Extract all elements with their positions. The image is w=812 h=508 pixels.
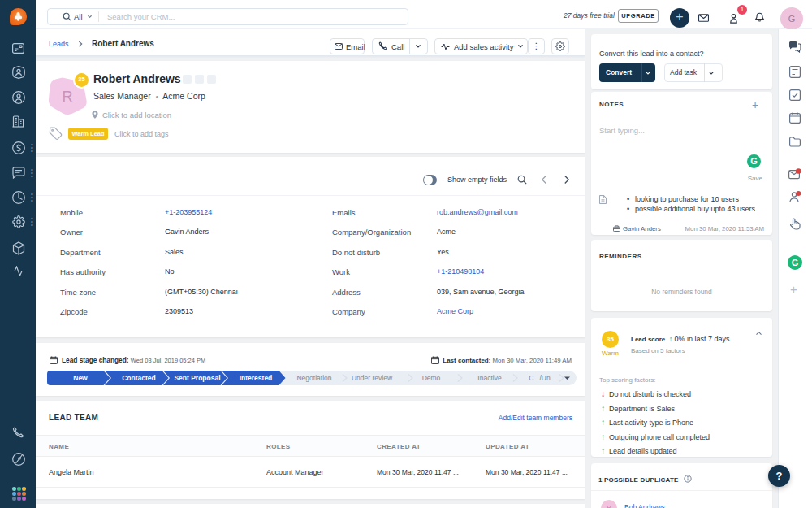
- svg-text:Interested: Interested: [240, 374, 273, 382]
- svg-text:New: New: [73, 374, 88, 382]
- svg-text:R: R: [63, 89, 73, 105]
- svg-text:Demo: Demo: [422, 374, 441, 382]
- svg-text:C.../Un...: C.../Un...: [529, 374, 556, 382]
- svg-text:Contacted: Contacted: [122, 374, 156, 382]
- svg-text:Inactive: Inactive: [477, 374, 502, 382]
- svg-text:Negotiation: Negotiation: [296, 374, 331, 382]
- svg-text:Under review: Under review: [352, 374, 393, 382]
- svg-text:Sent Proposal: Sent Proposal: [174, 374, 220, 382]
